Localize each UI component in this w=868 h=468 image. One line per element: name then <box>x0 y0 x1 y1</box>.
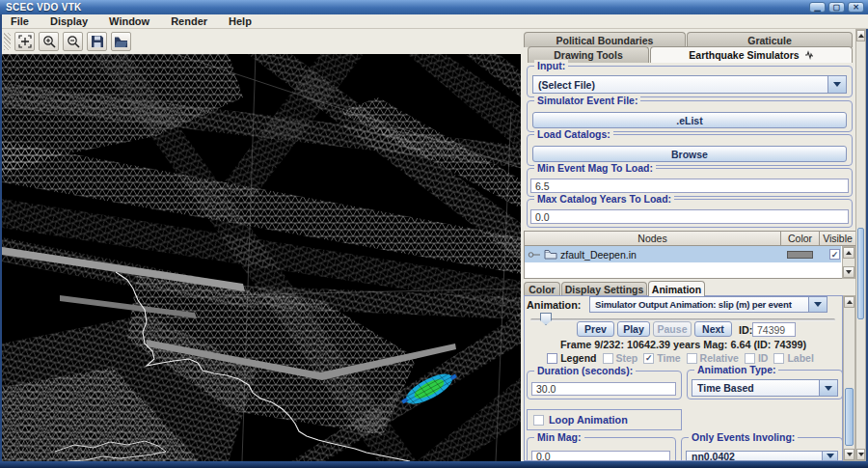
close-button[interactable]: ✕ <box>848 2 864 13</box>
nodes-table: Nodes Color Visible zfault_Deepen.in ✓ <box>524 231 855 279</box>
minimize-button[interactable]: ▁ <box>809 2 826 13</box>
id-label: ID: <box>739 324 752 336</box>
zoom-out-button[interactable] <box>63 32 83 51</box>
browse-button[interactable]: Browse <box>532 146 847 162</box>
duration-field[interactable]: 30.0 <box>531 382 676 396</box>
tab-political-boundaries[interactable]: Political Boundaries <box>524 32 686 47</box>
load-catalogs-group-label: Load Catalogs: <box>534 128 613 140</box>
tab-animation[interactable]: Animation <box>648 281 705 296</box>
scrollbar-thumb[interactable] <box>845 388 854 446</box>
input-file-select[interactable]: (Select File) <box>532 75 847 94</box>
application-window: SCEC VDO VTK ▁ ▢ ✕ File Display Window R… <box>0 0 868 468</box>
animation-type-select[interactable]: Time Based <box>692 379 838 397</box>
step-checkbox[interactable] <box>603 353 613 364</box>
min-event-mag-label: Min Event Mag To Load: <box>534 162 656 174</box>
dropdown-arrow-icon <box>827 76 846 93</box>
scroll-up-icon[interactable] <box>843 247 854 259</box>
only-events-label: Only Events Involing: <box>689 431 798 443</box>
window-bottom-border <box>0 461 868 468</box>
animation-selector[interactable]: Simulator Output Animation: slip (m) per… <box>589 296 827 313</box>
id-field[interactable]: 74399 <box>752 322 796 337</box>
maximize-button[interactable]: ▢ <box>828 2 845 13</box>
toolbar <box>2 29 521 54</box>
scroll-down-icon[interactable] <box>843 266 854 278</box>
tab-earthquake-simulators[interactable]: Earthquake Simulators <box>650 46 853 63</box>
folder-icon <box>544 249 557 260</box>
menu-display[interactable]: Display <box>40 15 98 27</box>
node-visible-checkbox[interactable]: ✓ <box>829 249 840 260</box>
max-catalog-years-label: Max Catalog Years To Load: <box>534 193 674 205</box>
elist-button[interactable]: .eList <box>532 112 847 128</box>
open-folder-button[interactable] <box>111 32 131 51</box>
zoom-in-button[interactable] <box>39 32 59 51</box>
fault-mesh-scene <box>2 54 521 461</box>
event-file-group-label: Simulator Event File: <box>534 95 640 106</box>
menu-render[interactable]: Render <box>160 15 218 27</box>
max-catalog-years-field[interactable]: 0.0 <box>530 209 849 224</box>
min-mag-label: Min Mag: <box>534 431 584 443</box>
node-color-swatch[interactable] <box>787 251 813 259</box>
loop-animation-label: Loop Animation <box>549 414 628 426</box>
animation-label: Animation: <box>527 299 581 311</box>
play-button[interactable]: Play <box>617 321 650 337</box>
time-checkbox[interactable]: ✓ <box>643 353 654 364</box>
id-checkbox[interactable] <box>745 353 755 364</box>
reset-view-button[interactable] <box>14 32 35 51</box>
tab-color[interactable]: Color <box>524 282 560 295</box>
prev-button[interactable]: Prev <box>577 321 614 337</box>
next-button[interactable]: Next <box>694 321 732 337</box>
menu-bar: File Display Window Render Help <box>0 14 868 29</box>
min-mag-field[interactable]: 0.0 <box>531 451 670 461</box>
scroll-down-icon[interactable] <box>844 449 854 460</box>
min-event-mag-field[interactable]: 6.5 <box>530 179 849 193</box>
label-checkbox[interactable] <box>773 353 784 364</box>
earthquake-simulators-tab-icon <box>804 50 814 60</box>
menu-file[interactable]: File <box>0 15 40 27</box>
menu-window[interactable]: Window <box>98 15 160 27</box>
title-bar[interactable]: SCEC VDO VTK <box>0 0 868 14</box>
zoom-in-icon <box>42 35 56 48</box>
animation-panel-scrollbar[interactable] <box>843 295 855 461</box>
scroll-up-icon[interactable] <box>844 296 854 308</box>
animation-type-label: Animation Type: <box>694 364 778 375</box>
save-icon <box>91 35 104 48</box>
legend-checkbox[interactable] <box>547 353 557 364</box>
display-options-row: Legend Step ✓Time Relative ID Label <box>524 352 843 364</box>
dropdown-arrow-icon <box>808 297 827 312</box>
open-folder-icon <box>114 36 128 48</box>
menu-help[interactable]: Help <box>218 15 262 27</box>
input-group-label: Input: <box>534 60 568 71</box>
panel-scrollbar[interactable] <box>855 29 866 461</box>
dropdown-arrow-icon <box>822 452 837 460</box>
tab-graticule[interactable]: Graticule <box>687 32 853 47</box>
node-name: zfault_Deepen.in <box>560 249 637 261</box>
reset-view-icon <box>18 35 32 48</box>
loop-animation-checkbox[interactable] <box>533 415 544 426</box>
only-events-select[interactable]: nn0.0402 <box>686 451 838 461</box>
relative-checkbox[interactable] <box>687 353 697 364</box>
zoom-out-icon <box>67 35 80 48</box>
color-column-header[interactable]: Color <box>781 232 820 246</box>
duration-label: Duration (seconds): <box>534 365 636 376</box>
tab-display-settings[interactable]: Display Settings <box>561 282 647 295</box>
pause-button[interactable]: Pause <box>653 321 692 337</box>
scroll-down-icon[interactable] <box>856 449 865 460</box>
nodes-table-scrollbar[interactable] <box>842 246 855 279</box>
scroll-up-icon[interactable] <box>856 30 865 41</box>
frame-status-text: Frame 9/232: 10642.39 years Mag: 6.64 (I… <box>524 339 843 350</box>
loop-animation-box: Loop Animation <box>527 409 682 430</box>
tree-handle-icon[interactable] <box>528 250 541 260</box>
window-left-border <box>0 14 2 468</box>
table-row[interactable]: zfault_Deepen.in ✓ <box>525 246 841 262</box>
save-button[interactable] <box>87 32 107 51</box>
visible-column-header[interactable]: Visible <box>820 232 855 246</box>
dropdown-arrow-icon <box>819 380 837 396</box>
window-title: SCEC VDO VTK <box>0 2 82 13</box>
toolbar-grip[interactable] <box>4 33 11 50</box>
viewport-3d[interactable] <box>2 54 521 461</box>
nodes-column-header[interactable]: Nodes <box>525 232 781 246</box>
scrollbar-thumb[interactable] <box>857 228 864 319</box>
